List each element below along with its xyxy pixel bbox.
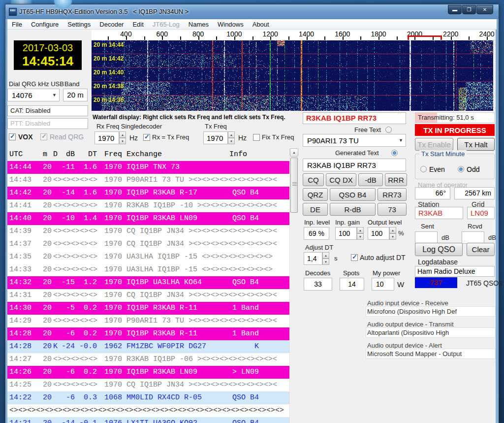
menu-item-jt65log[interactable]: JT65-Log xyxy=(148,19,184,30)
table-row[interactable]: 14:2520<><><><><>1970CQ IQ1BP JN34 ><><>… xyxy=(7,379,290,391)
log-qso-button[interactable]: Log QSO xyxy=(415,243,463,256)
auto-adjust-checkbox[interactable] xyxy=(351,254,358,261)
odd-radio[interactable] xyxy=(458,166,464,172)
generated-text-radio[interactable] xyxy=(391,150,398,156)
menu-item-file[interactable]: File xyxy=(7,19,27,30)
generated-text-field[interactable]: R3KAB IQ1BP RR73 xyxy=(303,159,406,171)
cat-status-field: CAT: Disabled xyxy=(7,105,88,116)
menu-item-windows[interactable]: Windows xyxy=(213,19,248,30)
free-text-dropdown-icon[interactable]: ▼ xyxy=(399,138,403,143)
table-row[interactable]: 14:2120-14-0.11076LX1TI UA3GQ KO92QSO B4 xyxy=(7,417,290,423)
vox-checkbox[interactable] xyxy=(9,133,16,140)
maximize-button[interactable]: ❐ xyxy=(462,5,476,14)
output-level-spinner[interactable]: ▲▼ xyxy=(389,227,396,240)
free-text-radio[interactable] xyxy=(385,127,392,133)
logdatabase-value: Ham Radio Deluxe xyxy=(417,267,475,275)
read-qrg-checkbox[interactable] xyxy=(40,133,47,140)
menu-item-decoder[interactable]: Decoder xyxy=(95,19,128,30)
scroll-up-icon[interactable]: ▲ xyxy=(290,148,298,157)
table-row[interactable]: 14:2720<><><><><>1970R3KAB IQ1BP -06 ><>… xyxy=(7,353,290,366)
r-db-button[interactable]: R-dB xyxy=(330,203,376,216)
adjust-dt-spinner[interactable]: ▲▼ xyxy=(322,252,329,265)
table-row[interactable]: 14:4120<><><><><>1970R3KAB IQ1BP -10 ><>… xyxy=(7,199,290,212)
table-row[interactable]: 14:3220-151.21970IQ1BP UA3LHA KO64QSO B4 xyxy=(7,276,290,289)
73-button[interactable]: 73 xyxy=(378,203,407,216)
table-row[interactable]: 14:3520<><><><><>1970UA3LHA IQ1BP -15 <>… xyxy=(7,251,290,263)
table-row[interactable]: 14:4320<><><><><>1970P90ARI1 73 TU ><><>… xyxy=(7,174,290,187)
table-row[interactable]: 14:2620-60.21970IQ1BP R3KAB LN09> LN09 xyxy=(7,366,290,379)
window-title: JT65-HF HB9HQX-Edition Version 3.5 < IQ1… xyxy=(19,8,189,15)
station-value: R3KAB xyxy=(418,209,442,217)
minus-db-button[interactable]: -dB xyxy=(358,173,383,186)
cq-button[interactable]: CQ xyxy=(303,173,324,186)
inp-gain-value: 100 xyxy=(339,229,350,237)
title-bar[interactable]: JT65-HF HB9HQX-Edition Version 3.5 < IQ1… xyxy=(5,4,499,19)
tx-halt-button[interactable]: Tx Halt xyxy=(457,138,495,151)
dial-dropdown-icon[interactable]: ▼ xyxy=(52,93,57,98)
scrollbar-thumb[interactable] xyxy=(290,158,298,213)
freq-scale-label: 1200 xyxy=(263,30,278,38)
cat-status: CAT: Disabled xyxy=(10,107,50,114)
even-radio[interactable] xyxy=(420,166,427,172)
sent-field[interactable] xyxy=(415,231,438,244)
table-header: UTC m D dB DT Freq Exchange Info xyxy=(7,148,290,161)
table-scrollbar[interactable]: ▲ xyxy=(289,148,298,423)
close-button[interactable]: ✕ xyxy=(476,5,493,14)
ptt-status-field: PTT: Disabled xyxy=(7,118,88,129)
band-value: 20 m xyxy=(67,91,83,99)
table-row[interactable]: 14:4420-111.61970IQ1BP TNX 73 xyxy=(7,161,290,174)
table-row[interactable]: 14:2920<><><><><>1970P90ARI1 73 TU ><><>… xyxy=(7,315,290,327)
menu-item-configure[interactable]: Configure xyxy=(27,19,63,30)
grid-field[interactable]: LN09 xyxy=(467,207,495,219)
tx-enable-button[interactable]: Tx Enable xyxy=(415,138,453,151)
table-row[interactable]: 14:2820K-24-0.01962FM1ZBC WF0PIR DG27K xyxy=(7,340,290,353)
table-row[interactable]: 14:3020-50.21970IQ1BP R3KAB R-111 Band xyxy=(7,302,290,315)
menu-item-edit[interactable]: Edit xyxy=(128,19,148,30)
menu-item-about[interactable]: About xyxy=(248,19,274,30)
qrz-button[interactable]: QRZ xyxy=(303,188,328,201)
menu-item-names[interactable]: Names xyxy=(184,19,213,30)
inp-gain-field[interactable]: 100 xyxy=(335,227,357,240)
rr73-button[interactable]: RR73 xyxy=(378,188,407,201)
scale-tick xyxy=(360,36,361,40)
de-button[interactable]: DE xyxy=(303,203,328,216)
audio-out-label: Audio output device - Transmit xyxy=(367,321,454,328)
tx-freq-spinner[interactable]: ▲▼ xyxy=(228,131,235,144)
table-row[interactable]: 14:2220-60.31068MM0LID RX4CD R-05QSO B4 xyxy=(7,391,290,404)
table-row[interactable]: 14:3920<><><><><>1970CQ IQ1BP JN34 ><><>… xyxy=(7,225,290,238)
qso-b4-button[interactable]: QSO B4 xyxy=(330,188,376,201)
rx-freq-input[interactable]: 1970 xyxy=(94,131,119,144)
table-row[interactable]: 14:3320<><><><><>1970UA3LHA IQ1BP -15 <>… xyxy=(7,263,290,276)
distance-value: 2567 km xyxy=(465,189,491,197)
my-power-field[interactable]: 10 xyxy=(372,278,394,291)
minimize-button[interactable]: ▬ xyxy=(448,5,462,14)
scale-tick xyxy=(144,36,145,40)
free-text-combo[interactable]: P90ARI1 73 TU ▼ xyxy=(303,134,406,147)
table-row[interactable]: 14:3120<><><><><>1970CQ IQ1BP JN34 ><><>… xyxy=(7,289,290,302)
rrr-button[interactable]: RRR xyxy=(385,173,407,186)
tx-freq-input[interactable]: 1970 xyxy=(203,131,228,144)
table-row[interactable]: 14:2820-60.21970IQ1BP R3KAB R-111 Band xyxy=(7,327,290,340)
table-row[interactable]: <><><><><><><><><><><><><><><><><><><><>… xyxy=(7,404,290,417)
logdatabase-field: Ham Radio Deluxe xyxy=(415,266,495,277)
table-row[interactable]: 14:3720<><><><><>1970CQ IQ1BP JN34 ><><>… xyxy=(7,238,290,251)
station-field[interactable]: R3KAB xyxy=(415,207,463,219)
clear-button[interactable]: Clear xyxy=(467,243,495,256)
waterfall-display[interactable] xyxy=(92,40,493,111)
menu-item-settings[interactable]: Settings xyxy=(63,19,95,30)
band-field[interactable]: 20 m xyxy=(63,89,88,101)
rcvd-field[interactable] xyxy=(462,231,484,244)
rx-freq-spinner[interactable]: ▲▼ xyxy=(119,131,126,144)
output-level-field[interactable]: 100 xyxy=(368,227,389,240)
fix-tx-checkbox[interactable] xyxy=(253,134,260,141)
cq-dx-button[interactable]: CQ DX xyxy=(326,173,356,186)
adjust-dt-field[interactable]: 1,4 xyxy=(304,252,322,265)
desktop: JT65-HF HB9HQX-Edition Version 3.5 < IQ1… xyxy=(0,0,504,423)
table-row[interactable]: 14:4220-141.61970IQ1BP R3KAB R-17QSO B4 xyxy=(7,187,290,199)
clock-date: 2017-03-03 xyxy=(14,42,82,54)
rxtx-checkbox[interactable] xyxy=(143,134,150,141)
inp-gain-spinner[interactable]: ▲▼ xyxy=(357,227,364,240)
dial-qrg-combo[interactable]: 14076 ▼ xyxy=(7,89,60,101)
table-row[interactable]: 14:4020-101.41970IQ1BP R3KAB LN09QSO B4 xyxy=(7,212,290,225)
sent-label: Sent xyxy=(421,223,434,230)
